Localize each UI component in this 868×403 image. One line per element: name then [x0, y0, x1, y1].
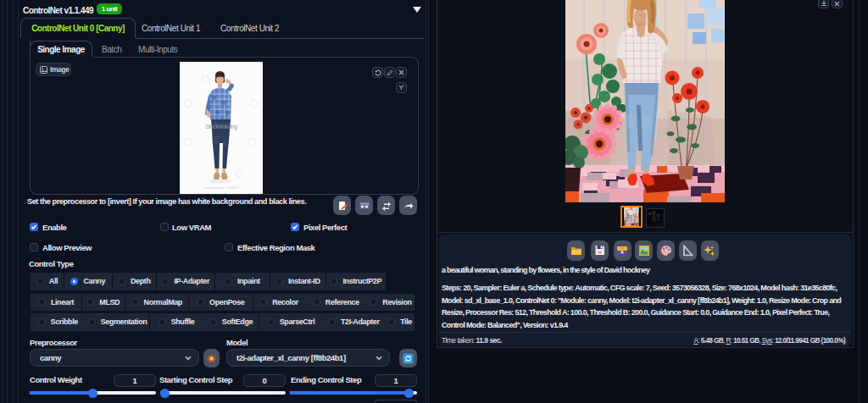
svg-text:St⁎ckdrawing: St⁎ckdrawing	[205, 123, 237, 130]
svg-text:stockdrawing.com - 10038229: stockdrawing.com - 10038229	[203, 185, 239, 190]
